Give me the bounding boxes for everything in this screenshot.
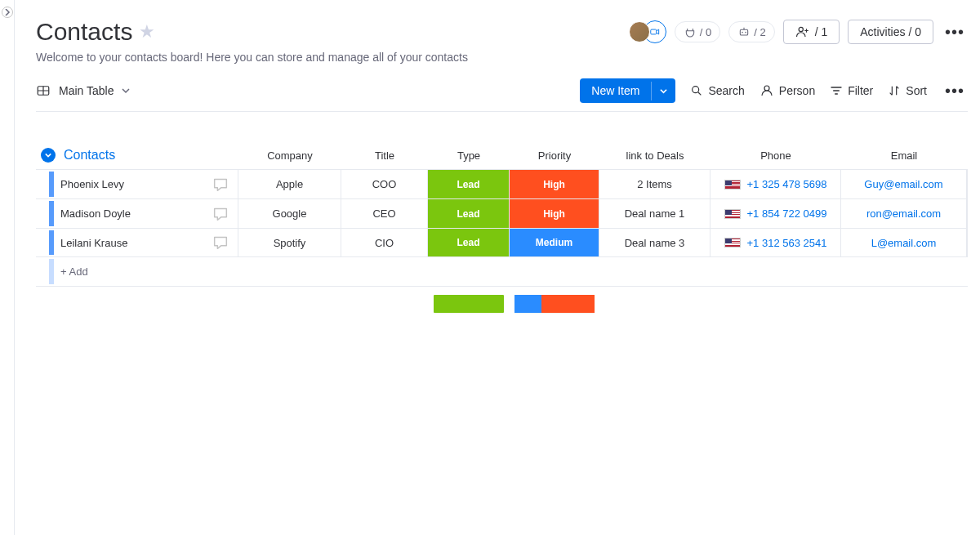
filter-button[interactable]: Filter bbox=[830, 84, 873, 97]
company-cell[interactable]: Apple bbox=[238, 170, 341, 198]
expand-sidebar-button[interactable] bbox=[2, 7, 13, 18]
email-cell[interactable]: Guy@email.com bbox=[841, 170, 967, 198]
name-cell[interactable]: Madison Doyle bbox=[36, 199, 238, 228]
automations-pill[interactable]: / 2 bbox=[728, 21, 774, 42]
svg-point-7 bbox=[764, 86, 769, 91]
summary-row bbox=[36, 288, 968, 313]
svg-point-6 bbox=[693, 87, 699, 93]
view-label: Main Table bbox=[59, 84, 114, 97]
video-icon bbox=[649, 26, 661, 38]
board-toolbar: Main Table New Item Search Person bbox=[36, 78, 968, 112]
phone-cell[interactable]: +1 854 722 0499 bbox=[710, 199, 841, 228]
contacts-group: Contacts Company Title Type Priority lin… bbox=[36, 141, 968, 313]
comment-icon[interactable] bbox=[212, 176, 229, 194]
sort-icon bbox=[888, 84, 901, 97]
group-header-row: Contacts Company Title Type Priority lin… bbox=[36, 141, 968, 169]
svg-rect-1 bbox=[741, 29, 748, 35]
col-email[interactable]: Email bbox=[841, 143, 967, 168]
chevron-right-icon bbox=[4, 9, 11, 16]
automations-count: / 2 bbox=[754, 26, 765, 38]
flag-us-icon bbox=[724, 209, 741, 219]
title-cell[interactable]: CIO bbox=[341, 229, 428, 256]
sidebar-expand bbox=[0, 0, 15, 535]
group-title-cell[interactable]: Contacts bbox=[36, 141, 238, 169]
new-item-button[interactable]: New Item bbox=[580, 78, 675, 103]
priority-cell[interactable]: High bbox=[510, 199, 599, 228]
collapse-group-icon[interactable] bbox=[41, 148, 56, 163]
integrations-count: / 0 bbox=[700, 26, 711, 38]
search-button[interactable]: Search bbox=[690, 84, 744, 97]
phone-cell[interactable]: +1 312 563 2541 bbox=[710, 229, 841, 256]
board-members[interactable] bbox=[629, 20, 666, 43]
chevron-down-icon bbox=[122, 87, 130, 95]
flag-us-icon bbox=[724, 238, 741, 247]
filter-label: Filter bbox=[848, 84, 873, 97]
deals-cell[interactable]: 2 Items bbox=[599, 170, 710, 198]
robot-icon bbox=[737, 25, 751, 38]
favorite-star-icon[interactable]: ★ bbox=[139, 21, 155, 42]
deals-cell[interactable]: Deal name 1 bbox=[599, 199, 710, 228]
deals-cell[interactable]: Deal name 3 bbox=[599, 229, 710, 256]
table-row[interactable]: Madison Doyle Google CEO Lead High Deal … bbox=[36, 198, 968, 228]
add-row[interactable]: + Add bbox=[36, 257, 968, 287]
person-filter-button[interactable]: Person bbox=[760, 83, 815, 98]
comment-icon[interactable] bbox=[212, 234, 229, 252]
new-item-label[interactable]: New Item bbox=[580, 78, 651, 103]
new-item-caret[interactable] bbox=[651, 82, 675, 100]
title-wrap: Contacts ★ bbox=[36, 18, 155, 46]
avatar bbox=[629, 21, 650, 42]
row-color-bar bbox=[49, 201, 54, 226]
view-switcher[interactable]: Main Table bbox=[36, 83, 130, 98]
activities-button[interactable]: Activities / 0 bbox=[848, 20, 933, 44]
invite-button[interactable]: / 1 bbox=[783, 20, 840, 44]
col-type[interactable]: Type bbox=[428, 143, 510, 168]
contact-name: Phoenix Levy bbox=[60, 178, 212, 190]
col-phone[interactable]: Phone bbox=[710, 143, 841, 168]
comment-icon[interactable] bbox=[212, 205, 229, 223]
phone-cell[interactable]: +1 325 478 5698 bbox=[710, 170, 841, 198]
header-right: / 0 / 2 / 1 Activities / 0 ••• bbox=[629, 20, 968, 44]
name-cell[interactable]: Phoenix Levy bbox=[36, 170, 238, 198]
col-priority[interactable]: Priority bbox=[510, 143, 599, 168]
email-cell[interactable]: ron@email.com bbox=[841, 199, 967, 228]
svg-point-3 bbox=[745, 32, 746, 33]
row-color-bar bbox=[49, 172, 54, 197]
table-icon bbox=[36, 83, 51, 98]
sort-button[interactable]: Sort bbox=[888, 84, 927, 97]
toolbar-more-button[interactable]: ••• bbox=[942, 82, 968, 100]
type-cell[interactable]: Lead bbox=[428, 170, 510, 198]
invite-count: / 1 bbox=[815, 25, 828, 38]
col-add[interactable] bbox=[967, 149, 968, 162]
search-label: Search bbox=[708, 84, 744, 97]
plug-icon bbox=[684, 25, 697, 38]
chevron-down-icon bbox=[660, 87, 667, 95]
title-cell[interactable]: COO bbox=[341, 170, 428, 198]
row-end bbox=[967, 229, 968, 256]
person-icon bbox=[760, 83, 774, 98]
col-deals[interactable]: link to Deals bbox=[599, 143, 710, 168]
row-end bbox=[967, 170, 968, 198]
group-title: Contacts bbox=[64, 148, 115, 163]
priority-cell[interactable]: Medium bbox=[510, 229, 599, 256]
company-cell[interactable]: Google bbox=[238, 199, 341, 228]
page-title: Contacts bbox=[36, 18, 132, 46]
table-row[interactable]: Phoenix Levy Apple COO Lead High 2 Items… bbox=[36, 169, 968, 198]
type-cell[interactable]: Lead bbox=[428, 229, 510, 256]
title-cell[interactable]: CEO bbox=[341, 199, 428, 228]
col-company[interactable]: Company bbox=[238, 143, 341, 168]
svg-point-4 bbox=[799, 27, 803, 31]
svg-rect-0 bbox=[651, 29, 657, 34]
integrations-pill[interactable]: / 0 bbox=[675, 21, 720, 42]
type-cell[interactable]: Lead bbox=[428, 199, 510, 228]
name-cell[interactable]: Leilani Krause bbox=[36, 229, 238, 256]
table-row[interactable]: Leilani Krause Spotify CIO Lead Medium D… bbox=[36, 228, 968, 257]
col-title[interactable]: Title bbox=[341, 143, 428, 168]
company-cell[interactable]: Spotify bbox=[238, 229, 341, 256]
priority-cell[interactable]: High bbox=[510, 170, 599, 198]
flag-us-icon bbox=[724, 180, 741, 189]
activities-label: Activities / 0 bbox=[860, 25, 921, 38]
header-more-button[interactable]: ••• bbox=[942, 23, 968, 42]
add-row-label: + Add bbox=[60, 265, 88, 278]
email-cell[interactable]: L@email.com bbox=[841, 229, 967, 256]
contact-name: Leilani Krause bbox=[60, 237, 212, 249]
